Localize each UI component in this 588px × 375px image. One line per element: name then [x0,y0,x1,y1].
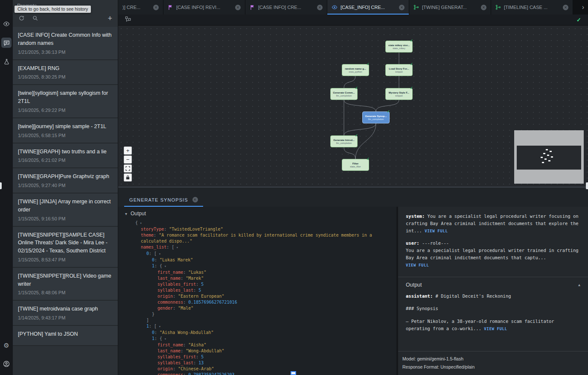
minimap-viewport [517,146,581,170]
run-footer: Model: gemini/gemini-1.5-flash Response … [398,351,588,375]
minimap-node [547,155,549,156]
pipelines-icon[interactable] [1,56,12,67]
tab-close-icon[interactable]: × [317,5,323,10]
list-item[interactable]: [PYTHON] Yaml to JSON [13,326,118,346]
add-prompt-button[interactable]: + [108,15,112,22]
view-full-link[interactable]: VIEW FULL [484,327,507,331]
graph-node-load[interactable]: Load Story For...snippet✓ [385,64,413,76]
node-subtitle: llm_completion [336,94,352,97]
list-item[interactable]: [TWINE][SNIPPET][ROLE] Video game writer… [13,268,118,301]
graph-node-synop[interactable]: Generate Synop...llm_completion✓ [362,111,390,123]
code-line: names_list: [ ▾ [118,244,396,251]
node-check-icon: ✓ [387,109,390,114]
prompt-timestamp: 1/15/2025, 9:16:50 PM [18,216,113,221]
graph-node-random[interactable]: random name g...exec_python✓ [342,64,369,76]
list-item[interactable]: [twine][syllogism] sample syllogism for … [13,85,118,118]
list-item[interactable]: [TWINE][GRAPH} two truths and a lie1/16/… [13,144,118,169]
code-line: commonness: 0.7987359247526203 [118,372,396,375]
tab-6[interactable]: [TIMELINE] CASE ...× [491,0,573,15]
tab-label: [TIMELINE] CASE ... [504,5,560,10]
bottom-resize-handle[interactable] [291,371,296,375]
prompt-timestamp: 1/15/2025, 9:27:40 PM [18,183,113,188]
tab-label: [CASE_INFO] CRE... [341,5,396,10]
tab-3[interactable]: [CASE INFO] CRE...× [245,0,327,15]
tab-close-icon[interactable]: × [481,5,486,10]
message-system: system: You are a specialist legal proce… [406,213,580,234]
response-format-label: Response Format: Unspecified/plain [402,363,584,371]
node-check-icon: ✓ [410,38,413,43]
code-line: 1: { ▾ [118,336,396,342]
tab-bar: )] CRE...×[CASE INFO] REVI...×[CASE INFO… [118,0,588,15]
flag-icon [250,4,255,10]
prompts-icon[interactable] [1,38,12,48]
output-collapse-header[interactable]: ▾ Output [118,207,396,219]
code-line: { ▾ [118,220,396,226]
account-icon[interactable] [1,359,12,369]
message-role: assistant: [406,293,433,299]
tab-generate-synopsis[interactable]: GENERATE SYNOPSIS × [124,193,203,207]
prompt-title: [CASE INFO] Create Common Info with rand… [18,31,113,47]
assistant-paragraph: — Petar Nikolov, a 38-year-old romance s… [406,318,580,332]
code-line: 1: { ▾ [118,263,396,270]
graph-node-mikey[interactable]: state mikey stor...state_mikey✓ [385,41,413,53]
prompt-timestamp: 1/15/2025, 8:53:47 PM [18,257,113,262]
refresh-icon[interactable] [18,15,25,22]
view-full-link[interactable]: VIEW FULL [406,263,429,267]
prompt-title: [EXAMPLE] RNG [18,64,113,73]
node-subtitle: state_filter [350,165,361,168]
list-item[interactable]: [TWINE][SNIPPET][SAMPLE CASE] Online Thr… [13,227,118,268]
visibility-icon[interactable] [1,19,12,29]
settings-gear-icon[interactable]: ⚙ [1,340,12,350]
minimap-node [550,151,552,152]
right-resize-handle[interactable] [586,182,588,189]
node-title: Generate Synop... [365,115,387,117]
node-check-icon: ✓ [355,86,358,90]
tab-close-icon[interactable]: × [235,5,241,10]
list-item[interactable]: [TWINE] metroidvania case graph1/14/2025… [13,301,118,326]
tab-close-icon[interactable]: × [192,197,198,202]
tab-2[interactable]: [CASE INFO] REVI...× [163,0,245,15]
code-line: 0: [ ▾ [118,251,396,257]
message-role: user: [406,240,419,246]
message-role: system: [406,214,425,219]
assistant-paragraph: assistant: # Digital Deceit's Reckoning [406,293,580,300]
node-title: Filter [352,162,359,165]
zoom-in-button[interactable]: + [124,146,132,155]
graph-node-introd[interactable]: Generate Introd...llm_completion✓ [330,135,358,147]
graph-node-filter[interactable]: Filterstate_filter✓ [342,159,369,171]
graph-node-comm[interactable]: Generate Comm...llm_completion✓ [330,88,358,100]
tab-1[interactable]: )] CRE...× [118,0,163,15]
output-section-header[interactable]: Output ▴ [398,277,588,292]
lock-button[interactable] [124,173,132,182]
zoom-out-button[interactable]: − [124,155,132,164]
auto-layout-icon[interactable] [125,16,131,24]
tab-4[interactable]: [CASE_INFO] CRE...× [327,0,409,15]
view-full-link[interactable]: VIEW FULL [425,229,448,233]
list-item[interactable]: [TWINE][GRAPH]Pure Graphviz graph1/15/20… [13,168,118,193]
minimap-node [543,153,545,154]
prompt-timestamp: 1/16/2025, 8:30:25 PM [18,74,113,79]
validate-check-icon[interactable]: ✓ [576,17,581,23]
tab-label: )] CRE... [122,5,150,10]
flag-icon [168,4,173,10]
code-line: 0: "Lukas Marek" [118,257,396,263]
minimap[interactable] [514,130,584,184]
chevron-right-icon[interactable]: › [578,3,588,11]
list-item[interactable]: [TWINE] [JINJA] Array merge in correct o… [13,193,118,227]
node-subtitle: llm_completion [336,142,352,144]
tab-close-icon[interactable]: × [399,5,405,10]
search-icon[interactable] [32,15,39,22]
list-item[interactable]: [twine][journey] simple sample - 2T1L1/1… [13,118,118,144]
left-resize-handle[interactable] [0,182,2,189]
tab-close-icon[interactable]: × [563,5,568,10]
bottom-panel: GENERATE SYNOPSIS × ▾ Output { ▾storyTyp… [118,187,588,375]
list-item[interactable]: [EXAMPLE] RNG1/16/2025, 8:30:25 PM [13,60,118,85]
tab-5[interactable]: [TWINE] GENERAT...× [409,0,491,15]
graph-node-mystery[interactable]: Mystery Style F...snippet✓ [385,88,413,100]
minimap-node [542,162,544,163]
tab-close-icon[interactable]: × [153,5,159,10]
fork-icon [495,4,501,10]
list-item[interactable]: [CASE INFO] Create Common Info with rand… [13,27,118,60]
graph-canvas[interactable]: + − state mikey stor...state_mikey✓rando… [118,26,588,187]
fit-view-button[interactable] [124,164,132,173]
